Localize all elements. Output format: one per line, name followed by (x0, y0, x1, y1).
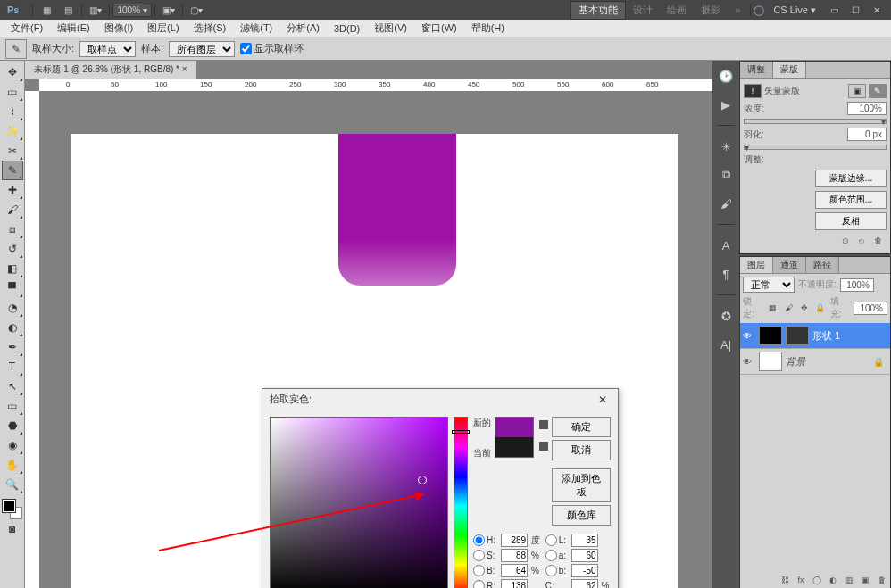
tab-paths[interactable]: 路径 (806, 257, 839, 273)
h-radio[interactable]: H: (473, 534, 497, 546)
crop-tool[interactable]: ✂ (2, 141, 23, 161)
eye-icon[interactable]: 👁 (743, 357, 755, 367)
window-close-icon[interactable]: ✕ (868, 2, 886, 18)
window-max-icon[interactable]: ☐ (846, 2, 864, 18)
menu-file[interactable]: 文件(F) (4, 20, 50, 37)
zoom-tool[interactable]: 🔍 (2, 475, 23, 494)
sample-size-select[interactable]: 取样点 (79, 41, 136, 57)
lock-trans-icon[interactable]: ▦ (767, 302, 779, 314)
blend-mode-select[interactable]: 正常 (743, 277, 795, 293)
lock-all-icon[interactable]: 🔒 (814, 302, 827, 314)
tab-layers[interactable]: 图层 (740, 257, 773, 273)
add-swatch-button[interactable]: 添加到色板 (552, 468, 611, 502)
density-slider[interactable]: ▾ (744, 119, 887, 124)
sat-cursor-icon[interactable] (418, 476, 427, 484)
a-input[interactable] (571, 549, 598, 562)
workspace-more-button[interactable]: » (728, 3, 747, 17)
r-input[interactable] (501, 579, 528, 588)
layer-name-bg[interactable]: 背景 (786, 355, 805, 369)
heal-tool[interactable]: ✚ (2, 180, 23, 200)
screenmode-icon[interactable]: ▢▾ (187, 2, 205, 18)
marquee-tool[interactable]: ▭ (2, 82, 23, 102)
brushpreset-icon[interactable]: 🖌 (716, 194, 736, 213)
quickmask-tool[interactable]: ◙ (2, 519, 23, 539)
mask-icon[interactable]: ◯ (811, 574, 823, 586)
bv-input[interactable] (501, 564, 528, 577)
menu-image[interactable]: 图像(I) (97, 20, 140, 37)
density-value[interactable]: 100% (847, 102, 887, 115)
menu-window[interactable]: 窗口(W) (414, 20, 464, 37)
warn-icon-2[interactable] (539, 442, 548, 451)
h-input[interactable] (501, 534, 528, 547)
brush-panel-icon[interactable]: ✳ (716, 137, 736, 156)
blur-tool[interactable]: ◔ (2, 298, 23, 318)
char-panel-icon[interactable]: A (716, 236, 736, 255)
layer-thumb-bg[interactable] (759, 352, 782, 371)
menu-view[interactable]: 视图(V) (367, 20, 414, 37)
lock-paint-icon[interactable]: 🖌 (782, 302, 795, 314)
b-radio[interactable]: B: (473, 565, 497, 576)
3d-panel-icon[interactable]: ✪ (716, 306, 736, 326)
new-current-swatch[interactable] (495, 417, 534, 458)
lock-pos-icon[interactable]: ✥ (798, 302, 811, 314)
link-icon[interactable]: ⛓ (779, 574, 791, 586)
hue-cursor-icon[interactable] (452, 430, 470, 434)
fill-value[interactable]: 100% (854, 302, 887, 315)
s-input[interactable] (501, 549, 528, 562)
layer-row-bg[interactable]: 👁 背景 🔒 (740, 349, 890, 375)
zoom-dropdown[interactable]: 100% ▾ (112, 4, 151, 17)
bridge-icon[interactable]: ▦ (37, 2, 55, 18)
menu-layer[interactable]: 图层(L) (140, 20, 186, 37)
menu-filter[interactable]: 滤镜(T) (233, 20, 279, 37)
shape-tool[interactable]: ▭ (2, 396, 23, 416)
mask-disable-icon[interactable]: ⦸ (855, 235, 868, 247)
vector-mask-button[interactable]: ✎ (869, 84, 887, 98)
layer-thumb-mask[interactable] (786, 326, 809, 345)
s-radio[interactable]: S: (473, 550, 497, 561)
measure-panel-icon[interactable]: A| (716, 335, 736, 354)
3d-camera-tool[interactable]: ◉ (2, 435, 23, 455)
view-extras-icon[interactable]: ▥▾ (87, 2, 104, 18)
stamp-tool[interactable]: ⧈ (2, 219, 23, 239)
actions-panel-icon[interactable]: ▶ (716, 95, 736, 114)
fx-icon[interactable]: fx (795, 574, 807, 586)
pen-tool[interactable]: ✒ (2, 337, 23, 357)
workspace-photo-button[interactable]: 摄影 (694, 2, 728, 19)
warn-icon-1[interactable] (539, 420, 548, 429)
menu-help[interactable]: 帮助(H) (464, 20, 512, 37)
brush-tool[interactable]: 🖌 (2, 200, 23, 219)
layer-thumb-fill[interactable] (759, 326, 782, 345)
l-radio[interactable]: L: (545, 534, 568, 546)
show-ring-checkbox[interactable]: 显示取样环 (240, 42, 304, 55)
new-layer-icon[interactable]: ▣ (859, 574, 871, 586)
mask-edge-button[interactable]: 蒙版边缘... (815, 170, 887, 187)
pixel-mask-button[interactable]: ▣ (848, 84, 866, 98)
window-min-icon[interactable]: ▭ (825, 2, 843, 18)
adjustment-icon[interactable]: ◐ (827, 574, 839, 586)
mask-delete-icon[interactable]: 🗑 (871, 235, 884, 247)
saturation-field[interactable] (270, 417, 448, 588)
shape-1[interactable] (338, 134, 456, 286)
opacity-value[interactable]: 100% (840, 278, 874, 292)
menu-analysis[interactable]: 分析(A) (279, 20, 327, 37)
arrange-icon[interactable]: ▣▾ (160, 2, 178, 18)
menu-edit[interactable]: 编辑(E) (50, 20, 97, 37)
ok-button[interactable]: 确定 (552, 417, 611, 437)
eyedropper-tool[interactable]: ✎ (2, 161, 23, 180)
workspace-basic-button[interactable]: 基本功能 (570, 1, 626, 20)
workspace-design-button[interactable]: 设计 (626, 2, 660, 19)
foreground-color-swatch[interactable] (3, 500, 15, 512)
group-icon[interactable]: ▥ (843, 574, 855, 586)
a-radio[interactable]: a: (545, 550, 568, 561)
minibridge-icon[interactable]: ▤ (59, 2, 77, 18)
picker-close-button[interactable]: ✕ (595, 393, 611, 406)
feather-value[interactable]: 0 px (847, 128, 887, 141)
para-panel-icon[interactable]: ¶ (716, 264, 736, 284)
wand-tool[interactable]: ✨ (2, 121, 23, 141)
tab-channels[interactable]: 通道 (773, 257, 806, 273)
workspace-paint-button[interactable]: 绘画 (660, 2, 694, 19)
r-radio[interactable]: R: (473, 580, 497, 588)
color-library-button[interactable]: 颜色库 (552, 505, 611, 526)
tab-adjust[interactable]: 调整 (740, 62, 773, 78)
hue-slider[interactable] (454, 417, 468, 588)
